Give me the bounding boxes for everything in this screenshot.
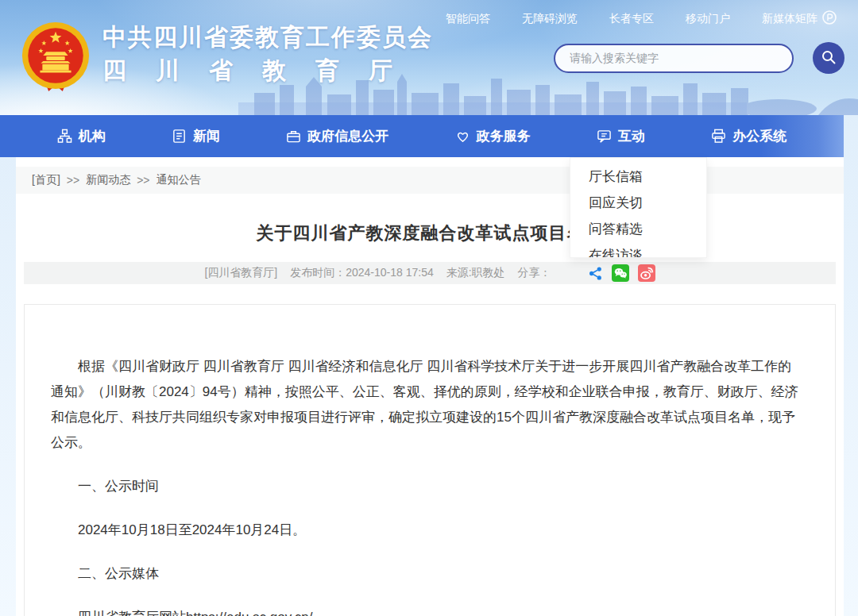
paragraph-publicity-period: 2024年10月18日至2024年10月24日。 [51,518,803,543]
main-nav: 机构 新闻 政府信息公开 政务服务 互动 [0,115,844,157]
link-smart-qa[interactable]: 智能问答 [446,12,490,26]
share-icons [588,264,655,282]
article-body: 根据《四川省财政厅 四川省教育厅 四川省经济和信息化厅 四川省科学技术厅关于进一… [24,304,836,616]
paragraph-section1-heading: 一、公示时间 [51,474,803,499]
printer-icon [711,129,726,144]
nav-item-interaction[interactable]: 互动 [597,127,645,145]
nav-label: 新闻 [193,127,220,145]
page-content: [首页] >> 新闻动态 >> 通知公告 关于四川省产教深度融合改革试点项目名单… [16,157,844,616]
meta-share-label: 分享： [518,266,551,280]
dropdown-item-qa-selection[interactable]: 问答精选 [570,216,706,242]
service-heart-icon [455,129,470,144]
media-matrix-icon [821,10,837,28]
meta-publish: 发布时间：2024-10-18 17:54 [290,266,434,280]
meta-source: [四川省教育厅] [204,266,277,280]
link-accessibility[interactable]: 无障碍浏览 [522,12,578,26]
site-header: 智能问答 无障碍浏览 长者专区 移动门户 新媒体矩阵 [0,0,858,115]
paragraph-publicity-media: 四川省教育厅网站https://edu.sc.gov.cn/。 [51,605,803,616]
search-icon [821,49,837,67]
weibo-icon[interactable] [638,264,655,282]
org-title-line2: 四川省教育厅 [102,53,433,88]
chat-icon [597,129,612,144]
nav-label: 办公系统 [732,127,786,145]
nav-label: 互动 [618,127,645,145]
national-emblem [20,21,91,96]
utility-link-bar: 智能问答 无障碍浏览 长者专区 移动门户 新媒体矩阵 [446,10,837,28]
meta-publish-time: 2024-10-18 17:54 [346,266,434,279]
link-media-matrix[interactable]: 新媒体矩阵 [762,10,837,28]
meta-publish-label: 发布时间： [290,266,346,279]
dropdown-item-director-mailbox[interactable]: 厅长信箱 [570,164,706,190]
nav-label: 政府信息公开 [307,127,388,145]
breadcrumb-news[interactable]: 新闻动态 [86,173,130,187]
org-title-line1: 中共四川省委教育工作委员会 [102,21,433,53]
breadcrumb-separator: >> [137,174,149,187]
media-matrix-label: 新媒体矩阵 [762,12,817,26]
share-nodes-icon[interactable] [588,266,603,281]
link-senior-zone[interactable]: 长者专区 [609,12,654,26]
article-title: 关于四川省产教深度融合改革试点项目名单 [16,221,844,245]
nav-label: 机构 [79,127,106,145]
news-icon [172,129,187,144]
search-button[interactable] [813,42,844,74]
paragraph-section2-heading: 二、公示媒体 [51,561,803,587]
nav-item-gov-info[interactable]: 政府信息公开 [286,127,388,145]
site-brand: 中共四川省委教育工作委员会 四川省教育厅 [20,21,433,96]
breadcrumb-separator: >> [67,174,79,187]
breadcrumb-notices[interactable]: 通知公告 [157,173,201,187]
link-mobile-portal[interactable]: 移动门户 [686,12,730,26]
breadcrumb-home[interactable]: [首页] [32,173,60,187]
dropdown-item-online-interview[interactable]: 在线访谈 [570,242,706,258]
search-input[interactable] [554,44,794,73]
paragraph-intro: 根据《四川省财政厅 四川省教育厅 四川省经济和信息化厅 四川省科学技术厅关于进一… [51,354,803,456]
meta-origin: 来源:职教处 [446,266,505,280]
search-area [554,42,844,74]
info-disclosure-icon [286,129,301,144]
dropdown-item-respond-concerns[interactable]: 回应关切 [570,190,706,216]
nav-item-organization[interactable]: 机构 [57,127,106,145]
nav-label: 政务服务 [477,127,531,145]
interaction-dropdown-menu: 厅长信箱 回应关切 问答精选 在线访谈 [570,157,707,258]
wechat-icon[interactable] [612,264,629,282]
nav-item-news[interactable]: 新闻 [172,127,220,145]
nav-item-office-system[interactable]: 办公系统 [711,127,786,145]
article-meta-bar: [四川省教育厅] 发布时间：2024-10-18 17:54 来源:职教处 分享… [24,262,836,284]
breadcrumb: [首页] >> 新闻动态 >> 通知公告 [16,167,844,194]
nav-item-gov-services[interactable]: 政务服务 [455,127,531,145]
sitemap-icon [57,129,72,144]
